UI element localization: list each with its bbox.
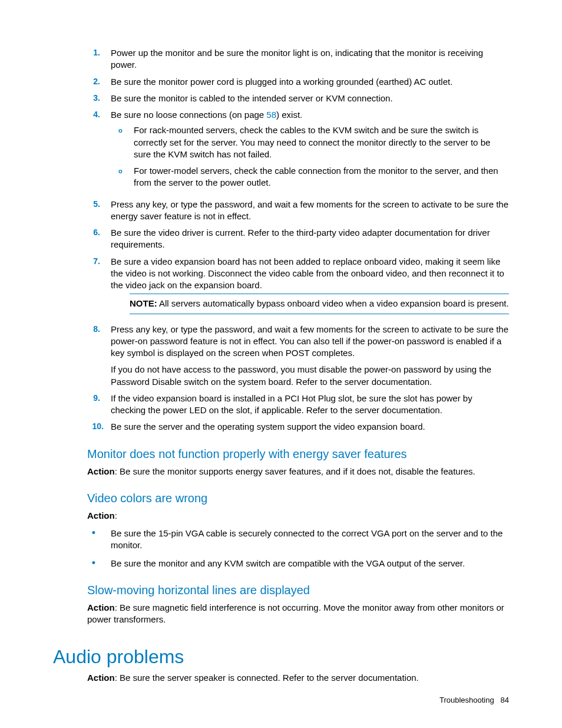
list-number: 3. [87,93,100,104]
section-body: Action: Be sure magnetic field interfere… [53,602,509,626]
text: Be sure a video expansion board has not … [111,256,504,291]
action-label: Action [87,602,115,612]
list-body: Press any key, or type the password, and… [111,324,509,388]
section-heading: Slow-moving horizontal lines are display… [53,582,509,598]
action-label: Action [87,510,115,521]
action-body: : Be sure the monitor supports energy sa… [115,466,475,476]
list-number: 7. [87,256,100,319]
action-body: : Be sure magnetic field interference is… [87,602,504,624]
page-footer: Troubleshooting 84 [439,695,509,706]
circle-bullet-icon: o [118,126,127,160]
list-number: 2. [87,76,100,88]
text: If you do not have access to the passwor… [111,364,509,388]
text: Press any key, or type the password, and… [111,324,509,360]
note-body: All servers automatically bypass onboard… [157,298,509,308]
list-item: • Be sure the monitor and any KVM switch… [87,558,509,569]
list-body: If the video expansion board is installe… [111,393,509,417]
list-body: Be sure the monitor is cabled to the int… [111,93,509,104]
action-body: : Be sure the server speaker is connecte… [115,673,419,683]
circle-bullet-icon: o [118,167,127,189]
footer-section: Troubleshooting [439,696,494,704]
section-body: Action: Be sure the server speaker is co… [53,672,509,684]
text: Be sure no loose connections (on page [111,110,266,120]
list-body: Press any key, or type the password, and… [111,199,509,223]
section-heading: Video colors are wrong [53,490,509,506]
section-body: Action: [53,510,509,522]
list-number: 6. [87,227,100,251]
sub-body: For tower-model servers, check the cable… [134,165,509,189]
sub-item: o For tower-model servers, check the cab… [111,165,509,189]
list-item: 9. If the video expansion board is insta… [87,393,509,417]
note-label: NOTE: [130,298,157,308]
ordered-list: 1. Power up the monitor and be sure the … [53,47,509,433]
list-item: 3. Be sure the monitor is cabled to the … [87,93,509,104]
list-body: Be sure the server and the operating sys… [111,421,509,433]
action-label: Action [87,673,115,683]
list-number: 8. [87,324,100,388]
note-box: NOTE: All servers automatically bypass o… [130,294,509,314]
list-item: 1. Power up the monitor and be sure the … [87,47,509,71]
sub-list: o For rack-mounted servers, check the ca… [111,124,509,189]
bullet-list: • Be sure the 15-pin VGA cable is secure… [53,528,509,569]
list-number: 4. [87,109,100,194]
bullet-icon: • [87,558,100,569]
list-body: Be sure no loose connections (on page 58… [111,109,509,194]
list-item: 5. Press any key, or type the password, … [87,199,509,223]
list-item: 10. Be sure the server and the operating… [87,421,509,433]
page-link[interactable]: 58 [266,110,276,120]
list-body: Power up the monitor and be sure the mon… [111,47,509,71]
sub-body: For rack-mounted servers, check the cabl… [134,124,509,160]
list-item: 8. Press any key, or type the password, … [87,324,509,388]
list-item: 4. Be sure no loose connections (on page… [87,109,509,194]
list-body: Be sure the 15-pin VGA cable is securely… [111,528,509,552]
section-heading: Monitor does not function properly with … [53,446,509,462]
section-body: Action: Be sure the monitor supports ene… [53,466,509,477]
list-number: 1. [87,47,100,71]
list-item: 2. Be sure the monitor power cord is plu… [87,76,509,88]
action-colon: : [115,510,117,521]
list-body: Be sure a video expansion board has not … [111,256,509,319]
page: 1. Power up the monitor and be sure the … [0,0,562,728]
list-item: 6. Be sure the video driver is current. … [87,227,509,251]
text: ) exist. [276,110,302,120]
list-item: 7. Be sure a video expansion board has n… [87,256,509,319]
list-number: 5. [87,199,100,223]
chapter-heading: Audio problems [53,644,509,670]
bullet-icon: • [87,528,100,552]
list-body: Be sure the monitor power cord is plugge… [111,76,509,88]
action-label: Action [87,466,115,476]
list-body: Be sure the video driver is current. Ref… [111,227,509,251]
footer-page: 84 [501,696,509,704]
list-number: 9. [87,393,100,417]
sub-item: o For rack-mounted servers, check the ca… [111,124,509,160]
list-body: Be sure the monitor and any KVM switch a… [111,558,465,569]
list-item: • Be sure the 15-pin VGA cable is secure… [87,528,509,552]
list-number: 10. [87,421,104,433]
